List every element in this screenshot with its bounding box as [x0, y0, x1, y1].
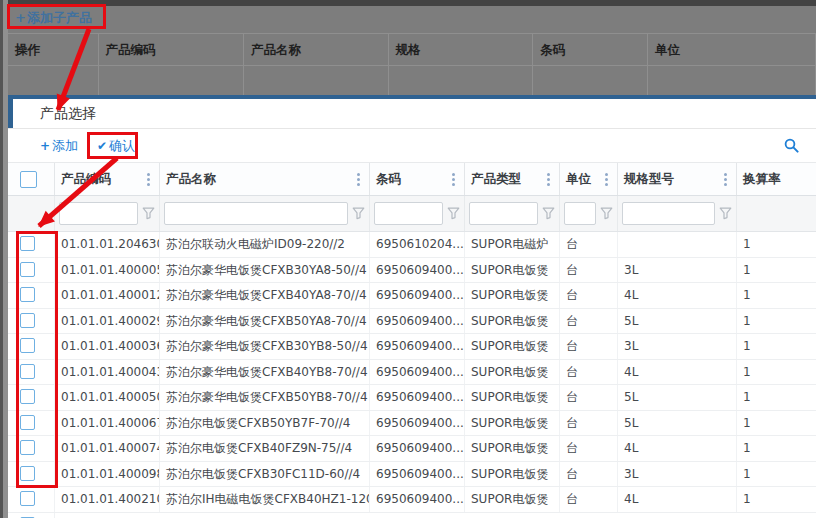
table-row[interactable]: 01.01.01.400029苏泊尔豪华电饭煲CFXB50YA8-70//469…: [8, 309, 816, 335]
row-checkbox[interactable]: [20, 236, 35, 251]
table-row[interactable]: 01.01.01.400050苏泊尔豪华电饭煲CFXB50YB8-70//469…: [8, 385, 816, 411]
row-checkbox[interactable]: [20, 389, 35, 404]
cell-name: 苏泊尔豪华电饭煲CFXB30YA8-50//4: [160, 258, 370, 283]
filter-funnel-icon[interactable]: [542, 207, 555, 220]
cell-unit: 台: [560, 436, 618, 461]
product-select-dialog: 产品选择 +添加 ✔确认 产品编码产品名称条码产品类型单位规格型号换算率 01.…: [8, 95, 816, 518]
column-menu-icon[interactable]: [605, 173, 608, 186]
table-row[interactable]: 01.01.01.400210苏泊尔IH电磁电饭煲CFXB40HZ1-120//…: [8, 487, 816, 513]
cell-code: 01.01.01.400074: [55, 436, 160, 461]
bg-column-header: 产品编码: [99, 34, 245, 65]
column-header-type[interactable]: 产品类型: [465, 163, 560, 195]
row-checkbox-cell: [8, 334, 55, 359]
table-row[interactable]: [8, 513, 816, 518]
column-header-spec[interactable]: 规格型号: [618, 163, 737, 195]
plus-icon: +: [15, 10, 26, 25]
row-checkbox-cell: [8, 411, 55, 436]
filter-funnel-icon[interactable]: [142, 207, 155, 220]
dialog-title: 产品选择: [40, 99, 96, 128]
filter-input-code[interactable]: [59, 202, 138, 225]
row-checkbox[interactable]: [20, 415, 35, 430]
row-checkbox[interactable]: [20, 440, 35, 455]
table-row[interactable]: 01.01.01.400074苏泊尔电饭煲CFXB40FZ9N-75//4695…: [8, 436, 816, 462]
bg-column-header: 条码: [533, 34, 648, 65]
product-grid: 产品编码产品名称条码产品类型单位规格型号换算率 01.01.01.204630苏…: [8, 162, 816, 518]
cell-type: SUPOR电饭煲: [465, 462, 560, 487]
bg-column-header: 产品名称: [244, 34, 389, 65]
bg-empty-cell: [648, 66, 816, 95]
filter-cell-unit: [560, 196, 618, 231]
search-icon[interactable]: [784, 138, 799, 153]
filter-input-name[interactable]: [164, 202, 348, 225]
bg-empty-cell: [99, 66, 245, 95]
table-row[interactable]: 01.01.01.400098苏泊尔电饭煲CFXB30FC11D-60//469…: [8, 462, 816, 488]
table-row[interactable]: 01.01.01.400043苏泊尔豪华电饭煲CFXB40YB8-70//469…: [8, 360, 816, 386]
bg-column-header: 操作: [8, 34, 99, 65]
row-checkbox[interactable]: [20, 364, 35, 379]
row-checkbox[interactable]: [20, 466, 35, 481]
cell-barcode: 6950609400...: [370, 462, 465, 487]
row-checkbox-cell: [8, 462, 55, 487]
check-icon: ✔: [97, 139, 107, 153]
column-header-name[interactable]: 产品名称: [160, 163, 370, 195]
column-menu-icon[interactable]: [452, 173, 455, 186]
table-row[interactable]: 01.01.01.400036苏泊尔豪华电饭煲CFXB30YB8-50//469…: [8, 334, 816, 360]
add-subproduct-button[interactable]: +添加子产品: [15, 9, 92, 27]
column-header-code[interactable]: 产品编码: [55, 163, 160, 195]
cell-name: 苏泊尔电饭煲CFXB50YB7F-70//4: [160, 411, 370, 436]
cell-barcode: 6950609400...: [370, 436, 465, 461]
confirm-button[interactable]: ✔确认: [97, 129, 135, 162]
cell-unit: 台: [560, 258, 618, 283]
filter-funnel-icon[interactable]: [352, 207, 365, 220]
background-table-empty-row: [8, 65, 816, 96]
table-row[interactable]: 01.01.01.400005苏泊尔豪华电饭煲CFXB30YA8-50//469…: [8, 258, 816, 284]
table-row[interactable]: 01.01.01.400012苏泊尔豪华电饭煲CFXB40YA8-70//469…: [8, 283, 816, 309]
select-all-cell: [8, 163, 55, 195]
select-all-checkbox[interactable]: [20, 171, 37, 188]
row-checkbox[interactable]: [20, 313, 35, 328]
filter-input-barcode[interactable]: [374, 202, 443, 225]
filter-funnel-icon[interactable]: [719, 207, 732, 220]
cell-rate: 1: [737, 436, 816, 461]
cell-rate: 1: [737, 360, 816, 385]
row-checkbox[interactable]: [20, 338, 35, 353]
cell-spec: 5L: [618, 385, 737, 410]
cell-spec: 4L: [618, 487, 737, 512]
row-checkbox[interactable]: [20, 262, 35, 277]
column-header-rate[interactable]: 换算率: [737, 163, 816, 195]
cell-type: SUPOR电磁炉: [465, 232, 560, 257]
filter-input-unit[interactable]: [564, 202, 596, 225]
column-menu-icon[interactable]: [147, 173, 150, 186]
column-menu-icon[interactable]: [357, 173, 360, 186]
window-top-bar: [0, 0, 816, 6]
column-menu-icon[interactable]: [724, 173, 727, 186]
filter-input-spec[interactable]: [622, 202, 715, 225]
row-checkbox[interactable]: [20, 287, 35, 302]
row-checkbox[interactable]: [20, 491, 35, 506]
filter-input-type[interactable]: [469, 202, 538, 225]
cell-rate: 1: [737, 462, 816, 487]
filter-funnel-icon[interactable]: [600, 207, 613, 220]
filter-cell-type: [465, 196, 560, 231]
cell-code: 01.01.01.400036: [55, 334, 160, 359]
cell-unit: 台: [560, 385, 618, 410]
filter-cell-code: [55, 196, 160, 231]
filter-cell-barcode: [370, 196, 465, 231]
column-menu-icon[interactable]: [547, 173, 550, 186]
cell-barcode: 6950609400...: [370, 334, 465, 359]
cell-name: 苏泊尔豪华电饭煲CFXB40YB8-70//4: [160, 360, 370, 385]
add-button[interactable]: +添加: [40, 129, 78, 162]
column-header-barcode[interactable]: 条码: [370, 163, 465, 195]
cell-rate: 1: [737, 232, 816, 257]
cell-name: 苏泊尔电饭煲CFXB30FC11D-60//4: [160, 462, 370, 487]
cell-type: SUPOR电饭煲: [465, 487, 560, 512]
column-header-unit[interactable]: 单位: [560, 163, 618, 195]
cell-barcode: 6950610204...: [370, 232, 465, 257]
row-checkbox-cell: [8, 232, 55, 257]
cell-name: 苏泊尔联动火电磁炉ID09-220//2: [160, 232, 370, 257]
table-row[interactable]: 01.01.01.400067苏泊尔电饭煲CFXB50YB7F-70//4695…: [8, 411, 816, 437]
cell-barcode: 6950609400...: [370, 258, 465, 283]
table-row[interactable]: 01.01.01.204630苏泊尔联动火电磁炉ID09-220//269506…: [8, 232, 816, 258]
filter-funnel-icon[interactable]: [447, 207, 460, 220]
cell-unit: 台: [560, 309, 618, 334]
